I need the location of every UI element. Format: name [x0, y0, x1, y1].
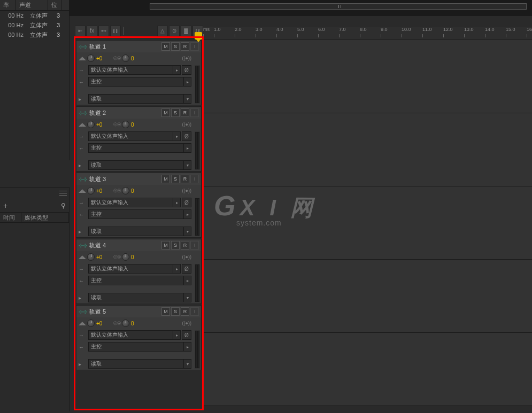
playhead-icon[interactable] — [195, 32, 202, 40]
mute-button[interactable]: M — [161, 241, 170, 250]
automation-select[interactable]: 读取 — [88, 227, 184, 236]
track-name[interactable]: 轨道 3 — [89, 175, 160, 183]
output-select[interactable]: 主控 — [88, 276, 184, 285]
output-select[interactable]: 主控 — [88, 143, 184, 153]
pan-value[interactable]: 0 — [131, 122, 141, 128]
tool-eq-icon[interactable]: ⫿⫿ — [110, 26, 121, 36]
track-name[interactable]: 轨道 2 — [89, 109, 160, 117]
pan-knob[interactable] — [122, 253, 129, 261]
pan-knob[interactable] — [122, 187, 129, 194]
dropdown-icon[interactable]: ▸ — [173, 65, 181, 75]
pan-value[interactable]: 0 — [131, 321, 141, 326]
dropdown-icon[interactable]: ▸ — [173, 330, 181, 340]
volume-value[interactable]: +0 — [96, 122, 106, 128]
dropdown-icon[interactable]: ▸ — [184, 342, 191, 352]
dropdown-icon[interactable]: ▸ — [184, 276, 191, 285]
scroll-handle-icon[interactable] — [338, 5, 344, 8]
panel-menu-icon[interactable] — [59, 191, 67, 196]
dropdown-icon[interactable]: ▾ — [184, 359, 191, 369]
dropdown-icon[interactable]: ▾ — [184, 160, 191, 170]
lane[interactable] — [203, 260, 532, 333]
mute-button[interactable]: M — [161, 175, 170, 183]
volume-value[interactable]: +0 — [96, 56, 106, 61]
solo-button[interactable]: S — [171, 307, 180, 316]
record-button[interactable]: R — [181, 108, 189, 117]
volume-knob[interactable] — [87, 121, 95, 128]
col-bit[interactable]: 位 — [48, 0, 61, 10]
col-channel[interactable]: 声道 — [16, 0, 48, 10]
lane[interactable] — [203, 113, 532, 186]
record-button[interactable]: R — [181, 241, 189, 250]
phase-button[interactable]: Ø — [182, 131, 191, 141]
pan-value[interactable]: 0 — [131, 188, 141, 194]
filter-icon[interactable]: ⚲ — [61, 202, 66, 209]
tool-send-icon[interactable]: ⊷ — [98, 26, 109, 36]
dropdown-icon[interactable]: ▸ — [184, 143, 191, 153]
automation-select[interactable]: 读取 — [88, 94, 184, 104]
input-select[interactable]: 默认立体声输入 — [88, 198, 173, 207]
output-select[interactable]: 主控 — [88, 77, 184, 87]
solo-button[interactable]: S — [171, 241, 180, 250]
volume-value[interactable]: +0 — [96, 254, 106, 260]
dropdown-icon[interactable]: ▾ — [184, 293, 191, 302]
mute-button[interactable]: M — [161, 307, 170, 316]
track-name[interactable]: 轨道 5 — [89, 308, 160, 316]
pan-value[interactable]: 0 — [131, 254, 141, 260]
phase-button[interactable]: Ø — [182, 198, 191, 207]
col-media-type[interactable]: 媒体类型 — [21, 213, 69, 222]
add-icon[interactable]: + — [3, 201, 7, 210]
file-row[interactable]: 00 Hz 立体声 3 — [0, 30, 69, 40]
time-ruler[interactable]: ms 1.02.03.04.05.06.07.08.09.010.011.012… — [203, 27, 532, 40]
record-button[interactable]: R — [181, 307, 189, 316]
play-icon[interactable]: ▸ — [79, 229, 86, 235]
volume-knob[interactable] — [87, 253, 95, 261]
volume-knob[interactable] — [87, 187, 95, 194]
solo-button[interactable]: S — [171, 108, 180, 117]
track-name[interactable]: 轨道 1 — [89, 43, 160, 51]
input-select[interactable]: 默认立体声输入 — [88, 330, 173, 340]
overview-scrollbar[interactable] — [150, 3, 527, 10]
dropdown-icon[interactable]: ▸ — [184, 77, 191, 87]
pan-value[interactable]: 0 — [131, 56, 141, 61]
pan-knob[interactable] — [122, 121, 129, 128]
volume-knob[interactable] — [87, 320, 95, 327]
lane[interactable] — [203, 40, 532, 113]
automation-select[interactable]: 读取 — [88, 160, 184, 170]
monitor-button[interactable]: I — [190, 241, 199, 250]
output-select[interactable]: 主控 — [88, 209, 184, 219]
record-button[interactable]: R — [181, 42, 189, 51]
timeline-lanes[interactable] — [203, 40, 532, 413]
tool-fx-icon[interactable]: fx — [87, 26, 97, 36]
pan-knob[interactable] — [122, 320, 129, 327]
monitor-button[interactable]: I — [190, 175, 199, 183]
play-icon[interactable]: ▸ — [79, 295, 86, 301]
dropdown-icon[interactable]: ▸ — [173, 198, 181, 207]
dropdown-icon[interactable]: ▾ — [184, 94, 191, 104]
phase-button[interactable]: Ø — [182, 65, 191, 75]
dropdown-icon[interactable]: ▸ — [173, 264, 181, 274]
track-name[interactable]: 轨道 4 — [89, 241, 160, 250]
dropdown-icon[interactable]: ▸ — [184, 209, 191, 219]
phase-button[interactable]: Ø — [182, 330, 191, 340]
output-select[interactable]: 主控 — [88, 342, 184, 352]
dropdown-icon[interactable]: ▾ — [184, 227, 191, 236]
solo-button[interactable]: S — [171, 175, 180, 183]
monitor-button[interactable]: I — [190, 108, 199, 117]
phase-button[interactable]: Ø — [182, 264, 191, 274]
file-row[interactable]: 00 Hz 立体声 3 — [0, 20, 69, 30]
volume-value[interactable]: +0 — [96, 321, 106, 326]
tool-back-icon[interactable]: ⇤ — [75, 26, 86, 36]
tool-opt2-icon[interactable]: ⊙ — [169, 26, 180, 36]
volume-value[interactable]: +0 — [96, 188, 106, 194]
play-icon[interactable]: ▸ — [79, 361, 86, 367]
lane[interactable] — [203, 333, 532, 406]
play-icon[interactable]: ▸ — [79, 96, 86, 102]
solo-button[interactable]: S — [171, 42, 180, 51]
play-icon[interactable]: ▸ — [79, 162, 86, 168]
input-select[interactable]: 默认立体声输入 — [88, 65, 173, 75]
pan-knob[interactable] — [122, 54, 129, 62]
record-button[interactable]: R — [181, 175, 189, 183]
monitor-button[interactable]: I — [190, 307, 199, 316]
automation-select[interactable]: 读取 — [88, 359, 184, 369]
tool-opt3-icon[interactable]: ▓ — [181, 26, 191, 36]
